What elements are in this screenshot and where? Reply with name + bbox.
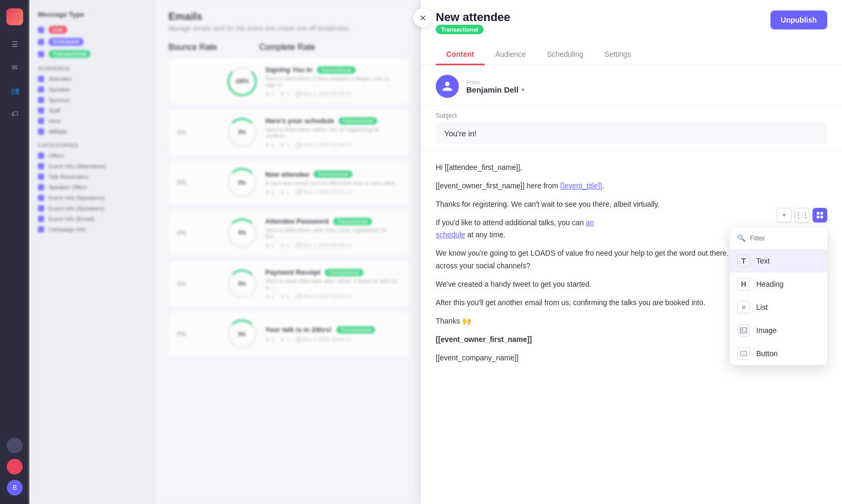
sidebar-icon-email[interactable]: ✉	[6, 59, 23, 76]
audience-item-2[interactable]: Sponsor	[48, 97, 70, 103]
email-meta-0: ⬆ 1⬇ 1🕐 Nov 1 2024 02:04:14	[265, 91, 400, 97]
image-block-icon	[737, 324, 750, 337]
cat-item-0[interactable]: Offers	[48, 153, 64, 159]
email-info-4: Payment Receipt Transactional Sent to ea…	[265, 268, 400, 299]
body-line-0: Hi [[attendee_first_name]],	[436, 162, 827, 174]
progress-circle-2: 0%	[227, 168, 257, 197]
progress-circle-0: 100%	[227, 67, 257, 96]
subject-section: Subject You're in!	[421, 106, 842, 151]
heading-block-icon: H	[737, 278, 750, 290]
progress-circle-3: 0%	[227, 218, 257, 248]
cat-dot-5	[38, 205, 44, 211]
unpublish-button[interactable]: Unpublish	[770, 11, 827, 29]
cat-dot-1	[38, 163, 44, 169]
email-desc-3: Sent to Attendees after they have regist…	[265, 227, 400, 239]
email-info-0: Signing You In Transactional Sent to Att…	[265, 66, 400, 97]
dropdown-item-list[interactable]: ≡ List	[730, 296, 827, 319]
from-name-dropdown[interactable]: Benjamin Dell ▾	[466, 85, 524, 94]
dropdown-item-heading[interactable]: H Heading	[730, 273, 827, 296]
cat-item-4[interactable]: Event Info (Speakers)	[48, 195, 104, 201]
sidebar-icon-tag[interactable]: 🏷	[6, 105, 23, 122]
dropdown-filter-row: 🔍	[730, 227, 827, 249]
cat-dot-7	[38, 226, 44, 233]
cat-item-2[interactable]: Talk Reminders	[48, 174, 88, 180]
from-name-text: Benjamin Dell	[466, 85, 518, 94]
heading-block-label: Heading	[756, 278, 784, 290]
email-body[interactable]: Hi [[attendee_first_name]], [[event_owne…	[421, 151, 842, 504]
badge-scheduled[interactable]: Scheduled	[48, 38, 84, 46]
dropdown-item-image[interactable]: Image	[730, 319, 827, 342]
main-title: Emails	[168, 11, 408, 23]
badge-dot-scheduled	[38, 39, 44, 45]
email-info-5: Your talk is in 24hrs! Transactional ⬆ 1…	[265, 326, 400, 342]
body-line-1: [[event_owner_first_name]] here from [[e…	[436, 180, 827, 192]
audience-item-1[interactable]: Speaker	[48, 86, 70, 93]
sidebar-avatar[interactable]: B	[7, 480, 23, 496]
cat-dot-3	[38, 184, 44, 190]
tab-settings[interactable]: Settings	[594, 45, 642, 65]
email-desc-4: Sent to each Attendee after either a tic…	[265, 278, 400, 290]
email-row-4[interactable]: 0% 0% Payment Receipt Transactional Sent…	[168, 261, 408, 307]
drag-block-button[interactable]: ⋮⋮	[795, 208, 809, 223]
badge-live[interactable]: Live	[48, 26, 67, 34]
email-desc-0: Sent to Attendees if they request a Magi…	[265, 75, 400, 88]
sidebar-icon-menu[interactable]: ☰	[6, 36, 23, 53]
audience-item-3[interactable]: Staff	[48, 107, 60, 114]
tab-content[interactable]: Content	[436, 45, 485, 65]
email-row-3[interactable]: 0% 0% Attendee Password Transactional Se…	[168, 210, 408, 256]
cat-item-7[interactable]: Campaign Info	[48, 226, 86, 233]
col-bounce-rate: Bounce Rate	[168, 43, 217, 52]
email-badge-4: Transactional	[325, 269, 364, 276]
email-row-5[interactable]: 0% 0% Your talk is in 24hrs! Transaction…	[168, 312, 408, 356]
badge-dot-live	[38, 27, 44, 33]
block-type-dropdown: 🔍 T Text H Heading ≡ List	[730, 227, 827, 365]
from-avatar	[436, 75, 459, 98]
app-logo[interactable]	[6, 8, 23, 25]
email-badge-1: Transactional	[338, 117, 377, 125]
subject-label: Subject	[436, 112, 827, 119]
email-row-0[interactable]: 100% Signing You In Transactional Sent t…	[168, 58, 408, 104]
panel-title-area: New attendee Transactional	[436, 11, 510, 42]
email-info-1: Here's your schedule Transactional Sent …	[265, 117, 400, 148]
email-row-1[interactable]: 0% 0% Here's your schedule Transactional…	[168, 109, 408, 155]
text-block-icon: T	[737, 255, 750, 267]
cat-item-3[interactable]: Speaker Offers	[48, 184, 87, 190]
add-block-button[interactable]: +	[777, 208, 791, 223]
audience-dot-0	[38, 76, 44, 82]
svg-rect-0	[817, 212, 819, 215]
email-name-4: Payment Receipt	[265, 268, 320, 276]
left-panel-title: Message Type	[38, 11, 147, 18]
audience-item-5[interactable]: Affiliate	[48, 128, 67, 135]
sidebar-bottom-icon1[interactable]	[7, 438, 23, 453]
block-type-icon[interactable]	[813, 208, 827, 223]
cat-item-1[interactable]: Event Info (Attendees)	[48, 163, 106, 169]
cat-item-5[interactable]: Event Info (Speakers)	[48, 205, 104, 211]
tab-scheduling[interactable]: Scheduling	[536, 45, 594, 65]
sidebar-bottom-icon2[interactable]	[7, 459, 23, 475]
subject-value[interactable]: You're in!	[436, 123, 827, 144]
cat-dot-6	[38, 216, 44, 222]
email-name-0: Signing You In	[265, 66, 313, 74]
from-details: From Benjamin Dell ▾	[466, 79, 524, 94]
bounce-1: 0%	[177, 129, 219, 136]
cat-item-6[interactable]: Event Info (Email)	[48, 216, 94, 222]
schedule-link[interactable]: anschedule	[436, 218, 594, 239]
list-block-label: List	[756, 301, 768, 314]
event-title-link[interactable]: [[event_title]]	[560, 182, 602, 190]
email-badge-3: Transactional	[333, 218, 372, 225]
email-name-5: Your talk is in 24hrs!	[265, 326, 332, 334]
cat-dot-2	[38, 174, 44, 180]
bounce-4: 0%	[177, 280, 219, 288]
bounce-5: 0%	[177, 330, 219, 338]
dropdown-item-button[interactable]: Button	[730, 342, 827, 365]
audience-item-4[interactable]: Host	[48, 118, 61, 124]
bounce-3: 0%	[177, 229, 219, 237]
badge-transactional[interactable]: Transactional	[48, 50, 91, 58]
filter-input[interactable]	[750, 234, 820, 242]
email-row-2[interactable]: 0% 0% New attendee Transactional A atten…	[168, 160, 408, 205]
sidebar-icon-users[interactable]: 👥	[6, 82, 23, 99]
close-button[interactable]: ✕	[413, 8, 432, 27]
dropdown-item-text[interactable]: T Text	[730, 249, 827, 273]
tab-audience[interactable]: Audience	[485, 45, 536, 65]
audience-item-0[interactable]: Attendee	[48, 76, 72, 82]
